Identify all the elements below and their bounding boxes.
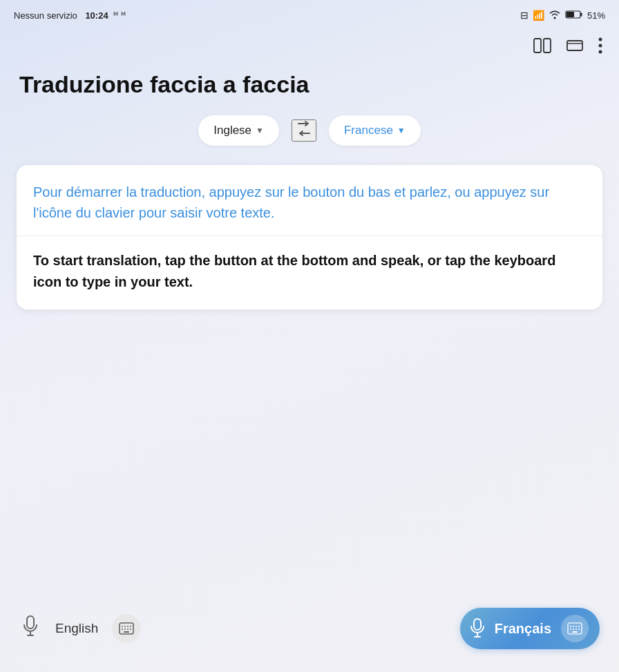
status-right-icons: ⊟ 📶 51% xyxy=(520,10,605,21)
split-view-button[interactable] xyxy=(529,34,555,57)
svg-point-9 xyxy=(599,50,602,54)
svg-rect-35 xyxy=(572,631,578,633)
svg-rect-4 xyxy=(544,39,551,52)
battery-icon xyxy=(565,10,583,21)
mail-icons: ᴹ ᴹ xyxy=(113,10,126,21)
page-title: Traduzione faccia a faccia xyxy=(0,64,619,115)
right-keyboard-button[interactable] xyxy=(561,615,589,642)
left-language-section: English xyxy=(19,613,141,645)
bottom-bar: English xyxy=(0,596,619,672)
svg-rect-2 xyxy=(566,12,574,17)
wifi-icon xyxy=(549,10,561,21)
svg-rect-3 xyxy=(534,39,541,52)
nfc-icon: ⊟ xyxy=(520,10,528,21)
svg-point-8 xyxy=(599,44,602,48)
battery-percent: 51% xyxy=(587,10,605,21)
svg-rect-22 xyxy=(124,631,129,633)
translation-french-section: Pour démarrer la traduction, appuyez sur… xyxy=(17,165,602,236)
right-mic-button[interactable] xyxy=(470,618,485,639)
more-options-button[interactable] xyxy=(594,33,607,58)
right-language-label: Français xyxy=(495,621,551,637)
source-language-button[interactable]: Inglese ▼ xyxy=(198,115,279,146)
svg-rect-10 xyxy=(27,616,34,628)
english-translation-text: To start translation, tap the button at … xyxy=(33,250,586,293)
status-carrier-time: Nessun servizio 10:24 ᴹ ᴹ xyxy=(14,10,126,21)
svg-point-7 xyxy=(599,38,602,41)
right-language-section: Français xyxy=(460,608,600,649)
translation-card: Pour démarrer la traduction, appuyez sur… xyxy=(17,165,602,309)
svg-rect-23 xyxy=(474,619,481,630)
svg-rect-1 xyxy=(580,12,582,16)
french-translation-text: Pour démarrer la traduction, appuyez sur… xyxy=(33,182,586,223)
language-selector: Inglese ▼ Francese ▼ xyxy=(0,115,619,165)
source-language-label: Inglese xyxy=(213,124,251,137)
target-chevron-icon: ▼ xyxy=(397,126,406,135)
right-language-pill[interactable]: Français xyxy=(460,608,600,649)
swap-languages-button[interactable] xyxy=(292,119,316,142)
target-language-label: Francese xyxy=(344,124,393,137)
left-language-label: English xyxy=(55,621,98,636)
signal-icon: 📶 xyxy=(533,10,544,21)
target-language-button[interactable]: Francese ▼ xyxy=(329,115,421,146)
time-text: 10:24 xyxy=(85,10,108,21)
translation-english-section: To start translation, tap the button at … xyxy=(17,236,602,309)
left-mic-button[interactable] xyxy=(19,613,41,645)
left-keyboard-button[interactable] xyxy=(112,614,141,643)
source-chevron-icon: ▼ xyxy=(256,126,264,135)
carrier-text: Nessun servizio xyxy=(14,10,77,21)
svg-rect-5 xyxy=(567,41,582,50)
toolbar xyxy=(0,28,619,64)
window-button[interactable] xyxy=(562,35,587,57)
status-bar: Nessun servizio 10:24 ᴹ ᴹ ⊟ 📶 51% xyxy=(0,0,619,28)
